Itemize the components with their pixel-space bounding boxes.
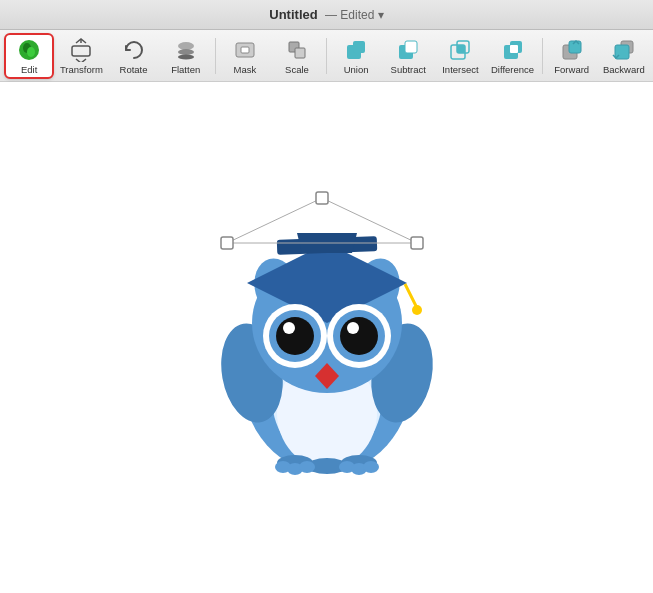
toolbar-separator-1 bbox=[215, 38, 216, 74]
difference-tool-label: Difference bbox=[491, 65, 534, 75]
svg-rect-3 bbox=[72, 46, 90, 56]
svg-point-5 bbox=[178, 42, 194, 50]
svg-rect-21 bbox=[510, 45, 518, 53]
owl-svg bbox=[197, 178, 457, 478]
edit-tool-button[interactable]: Edit bbox=[4, 33, 54, 79]
forward-tool-label: Forward bbox=[554, 65, 589, 75]
forward-icon bbox=[559, 37, 585, 63]
svg-rect-9 bbox=[241, 47, 249, 53]
svg-point-52 bbox=[347, 322, 359, 334]
union-icon bbox=[343, 37, 369, 63]
svg-point-59 bbox=[299, 461, 315, 473]
svg-marker-42 bbox=[297, 233, 357, 253]
scale-tool-button[interactable]: Scale bbox=[272, 33, 322, 79]
svg-point-49 bbox=[276, 317, 314, 355]
svg-point-7 bbox=[178, 54, 194, 59]
edit-icon bbox=[16, 37, 42, 63]
mask-tool-button[interactable]: Mask bbox=[220, 33, 270, 79]
document-title: Untitled bbox=[269, 7, 317, 22]
transform-tool-button[interactable]: Transform bbox=[56, 33, 106, 79]
toolbar-separator-3 bbox=[542, 38, 543, 74]
svg-point-50 bbox=[340, 317, 378, 355]
flatten-tool-button[interactable]: Flatten bbox=[161, 33, 211, 79]
rotate-icon bbox=[121, 37, 147, 63]
rotate-tool-button[interactable]: Rotate bbox=[108, 33, 158, 79]
subtract-tool-label: Subtract bbox=[391, 65, 426, 75]
rotate-tool-label: Rotate bbox=[120, 65, 148, 75]
union-tool-label: Union bbox=[344, 65, 369, 75]
svg-point-44 bbox=[412, 305, 422, 315]
svg-point-2 bbox=[27, 47, 35, 57]
svg-line-43 bbox=[405, 284, 417, 308]
difference-icon bbox=[500, 37, 526, 63]
intersect-tool-label: Intersect bbox=[442, 65, 478, 75]
backward-icon bbox=[611, 37, 637, 63]
title-bar: Untitled — Edited ▾ bbox=[0, 0, 653, 30]
backward-tool-button[interactable]: Backward bbox=[599, 33, 649, 79]
edited-indicator: — Edited ▾ bbox=[322, 8, 384, 22]
transform-tool-label: Transform bbox=[60, 65, 103, 75]
svg-rect-11 bbox=[295, 48, 305, 58]
mask-tool-label: Mask bbox=[233, 65, 256, 75]
owl-graphic[interactable] bbox=[197, 178, 457, 478]
difference-tool-button[interactable]: Difference bbox=[488, 33, 538, 79]
svg-rect-15 bbox=[405, 41, 417, 53]
scale-icon bbox=[284, 37, 310, 63]
transform-icon bbox=[68, 37, 94, 63]
toolbar-separator-2 bbox=[326, 38, 327, 74]
svg-point-51 bbox=[283, 322, 295, 334]
flatten-icon bbox=[173, 37, 199, 63]
forward-tool-button[interactable]: Forward bbox=[547, 33, 597, 79]
subtract-icon bbox=[395, 37, 421, 63]
edit-tool-label: Edit bbox=[21, 65, 37, 75]
toolbar: Edit Transform Rotate bbox=[0, 30, 653, 82]
intersect-icon bbox=[447, 37, 473, 63]
canvas-area[interactable] bbox=[0, 82, 653, 593]
scale-tool-label: Scale bbox=[285, 65, 309, 75]
svg-rect-18 bbox=[457, 45, 465, 53]
union-tool-button[interactable]: Union bbox=[331, 33, 381, 79]
svg-rect-13 bbox=[353, 41, 365, 53]
backward-tool-label: Backward bbox=[603, 65, 645, 75]
intersect-tool-button[interactable]: Intersect bbox=[435, 33, 485, 79]
mask-icon bbox=[232, 37, 258, 63]
svg-point-6 bbox=[178, 49, 194, 55]
svg-point-62 bbox=[363, 461, 379, 473]
subtract-tool-button[interactable]: Subtract bbox=[383, 33, 433, 79]
flatten-tool-label: Flatten bbox=[171, 65, 200, 75]
